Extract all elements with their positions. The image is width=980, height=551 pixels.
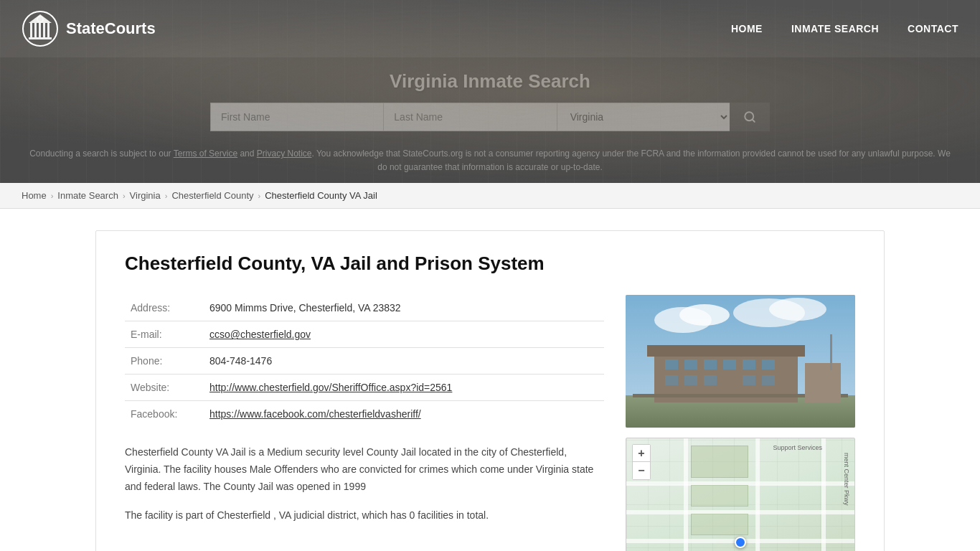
svg-rect-5 — [47, 23, 50, 37]
map-zoom-out-button[interactable]: − — [633, 462, 650, 479]
map-controls: + − — [632, 444, 651, 480]
description-block: Chesterfield County VA Jail is a Medium … — [125, 444, 604, 524]
svg-rect-27 — [704, 375, 717, 385]
page-title: Chesterfield County, VA Jail and Prison … — [125, 253, 855, 275]
content-right: + − Support Services ment Center Pkwy Lo… — [626, 295, 855, 551]
breadcrumb-inmate-search[interactable]: Inmate Search — [57, 190, 118, 201]
nav-contact[interactable]: CONTACT — [908, 23, 958, 34]
description-paragraph-1: Chesterfield County VA Jail is a Medium … — [125, 444, 604, 495]
phone-value: 804-748-1476 — [204, 348, 604, 375]
svg-rect-32 — [830, 334, 832, 370]
address-row: Address: 6900 Mimms Drive, Chesterfield,… — [125, 295, 604, 321]
content-left: Address: 6900 Mimms Drive, Chesterfield,… — [125, 295, 604, 551]
svg-point-13 — [679, 304, 730, 326]
content-layout: Address: 6900 Mimms Drive, Chesterfield,… — [125, 295, 855, 551]
phone-row: Phone: 804-748-1476 — [125, 348, 604, 375]
email-link[interactable]: ccso@chesterfield.gov — [209, 329, 311, 340]
description-paragraph-2: The facility is part of Chesterfield , V… — [125, 507, 604, 524]
main-nav: HOME INMATE SEARCH CONTACT — [731, 23, 958, 34]
facility-photo-svg — [626, 295, 855, 428]
content-card: Chesterfield County, VA Jail and Prison … — [95, 230, 885, 551]
map-road-vertical-2 — [755, 438, 760, 551]
facebook-value: https://www.facebook.com/chesterfieldvas… — [204, 401, 604, 428]
facebook-link[interactable]: https://www.facebook.com/chesterfieldvas… — [209, 408, 421, 420]
map-pin — [735, 537, 746, 548]
svg-rect-2 — [34, 23, 37, 37]
map-label-support: Support Services — [773, 444, 822, 451]
svg-rect-6 — [29, 37, 52, 39]
breadcrumb-sep-1: › — [51, 192, 54, 200]
svg-rect-19 — [665, 359, 678, 369]
site-name: StateCourts — [66, 19, 156, 38]
svg-rect-18 — [647, 345, 805, 357]
svg-rect-3 — [39, 23, 41, 37]
nav-home[interactable]: HOME — [731, 23, 763, 34]
main-content: Chesterfield County, VA Jail and Prison … — [67, 209, 913, 551]
svg-rect-26 — [684, 375, 697, 385]
svg-rect-4 — [43, 23, 45, 37]
site-logo-link[interactable]: StateCourts — [22, 10, 156, 47]
map-label-pkwy: ment Center Pkwy — [843, 453, 850, 506]
facebook-label: Facebook: — [125, 401, 204, 428]
email-label: E-mail: — [125, 321, 204, 348]
breadcrumb-current: Chesterfield County VA Jail — [265, 190, 377, 201]
website-row: Website: http://www.chesterfield.gov/She… — [125, 375, 604, 401]
logo-icon — [22, 10, 59, 47]
nav-inmate-search[interactable]: INMATE SEARCH — [791, 23, 879, 34]
email-row: E-mail: ccso@chesterfield.gov — [125, 321, 604, 348]
site-header: StateCourts HOME INMATE SEARCH CONTACT V… — [0, 0, 980, 183]
breadcrumb-sep-3: › — [165, 192, 168, 200]
website-value: http://www.chesterfield.gov/SheriffOffic… — [204, 375, 604, 401]
facebook-row: Facebook: https://www.facebook.com/chest… — [125, 401, 604, 428]
svg-rect-1 — [30, 23, 32, 37]
svg-rect-24 — [762, 359, 775, 369]
svg-rect-31 — [805, 363, 841, 402]
svg-point-15 — [769, 298, 826, 321]
map-block-2 — [691, 485, 748, 507]
svg-rect-21 — [704, 359, 717, 369]
website-link[interactable]: http://www.chesterfield.gov/SheriffOffic… — [209, 382, 452, 393]
svg-rect-29 — [762, 375, 775, 385]
breadcrumb-sep-2: › — [123, 192, 126, 200]
map-block-3 — [691, 514, 748, 535]
breadcrumb: Home › Inmate Search › Virginia › Cheste… — [0, 183, 980, 209]
email-value: ccso@chesterfield.gov — [204, 321, 604, 348]
map-zoom-in-button[interactable]: + — [633, 445, 650, 462]
facility-image — [626, 295, 855, 428]
info-table: Address: 6900 Mimms Drive, Chesterfield,… — [125, 295, 604, 427]
breadcrumb-home[interactable]: Home — [22, 190, 47, 201]
map-container: + − Support Services ment Center Pkwy Lo… — [626, 438, 855, 551]
svg-marker-7 — [29, 14, 52, 23]
website-label: Website: — [125, 375, 204, 401]
map-road-vertical-3 — [821, 438, 826, 551]
svg-rect-25 — [665, 375, 678, 385]
breadcrumb-chesterfield-county[interactable]: Chesterfield County — [171, 190, 253, 201]
map-road-vertical-1 — [684, 438, 688, 551]
svg-rect-28 — [743, 375, 755, 385]
svg-rect-22 — [723, 359, 736, 369]
phone-label: Phone: — [125, 348, 204, 375]
breadcrumb-sep-4: › — [258, 192, 261, 200]
address-label: Address: — [125, 295, 204, 321]
svg-rect-23 — [743, 359, 755, 369]
breadcrumb-virginia[interactable]: Virginia — [130, 190, 161, 201]
address-value: 6900 Mimms Drive, Chesterfield, VA 23832 — [204, 295, 604, 321]
map-block-1 — [691, 446, 748, 478]
svg-rect-20 — [684, 359, 697, 369]
